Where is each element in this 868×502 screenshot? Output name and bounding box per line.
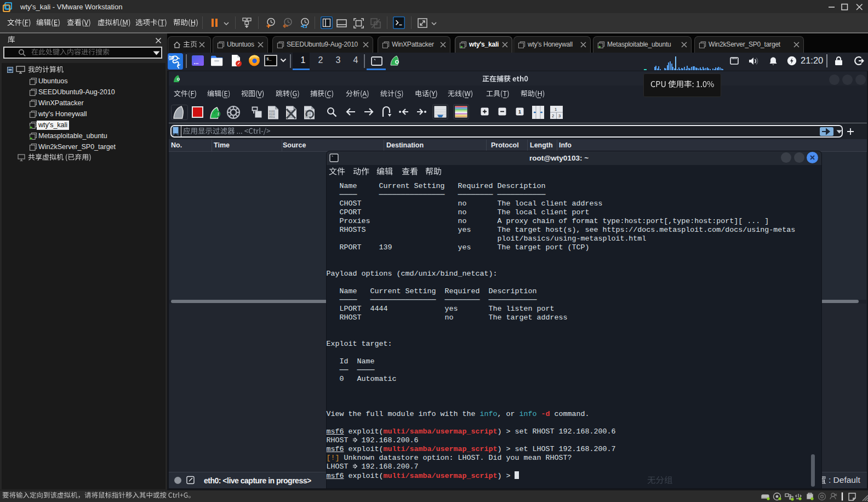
svg-text:1: 1: [555, 107, 557, 112]
svg-text:1: 1: [518, 109, 521, 115]
svg-text:2: 2: [552, 113, 554, 118]
svg-text:$_: $_: [266, 56, 272, 61]
svg-text:3: 3: [558, 113, 561, 118]
svg-text:0011: 0011: [269, 116, 275, 118]
